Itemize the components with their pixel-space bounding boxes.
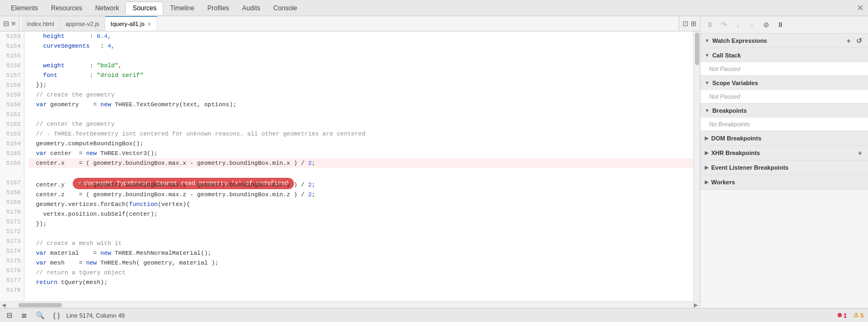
watch-actions: + ↺ bbox=[845, 36, 864, 46]
step-into-button[interactable]: ↓ bbox=[732, 19, 744, 31]
code-line: geometry.vertices.forEach(function(verte… bbox=[29, 199, 695, 209]
code-line: var material = new THREE.MeshNormalMater… bbox=[29, 248, 695, 258]
deactivate-button[interactable]: ⊘ bbox=[760, 19, 772, 31]
close-tab-icon[interactable]: ✕ bbox=[147, 21, 151, 27]
file-tabs-row: ⊟ ≡ index.html apprise-v2.js tquery-all1… bbox=[0, 16, 700, 31]
file-tab-index[interactable]: index.html bbox=[22, 16, 60, 31]
warning-count: 5 bbox=[860, 312, 864, 319]
h-scroll-left-btn[interactable]: ◀ bbox=[0, 302, 8, 308]
code-line: height : 0.4, bbox=[29, 31, 695, 41]
callstack-content: Not Paused bbox=[700, 62, 868, 75]
code-line bbox=[29, 110, 695, 119]
step-over-button[interactable]: ↷ bbox=[718, 19, 730, 31]
section-label-watch: Watch Expressions bbox=[712, 37, 767, 44]
code-line: // return a tQuery object bbox=[29, 268, 695, 278]
code-content[interactable]: height : 0.4, curveSegments : 4, weight … bbox=[24, 31, 700, 301]
right-panel: ⏸ ↷ ↓ ↑ ⊘ ⏸ ▼ Watch Expressions + ↺ bbox=[700, 16, 868, 308]
tab-resources[interactable]: Resources bbox=[44, 2, 88, 14]
section-header-breakpoints[interactable]: ▼ Breakpoints bbox=[700, 104, 868, 118]
step-out-button[interactable]: ↑ bbox=[746, 19, 758, 31]
code-line: // create the geometry bbox=[29, 90, 695, 100]
file-tab-tquery[interactable]: tquery-all1.js ✕ bbox=[105, 16, 157, 31]
tab-console[interactable]: Console bbox=[267, 2, 304, 14]
tab-list-icon[interactable]: ⊡ bbox=[682, 20, 688, 28]
search-button[interactable]: 🔍 bbox=[34, 310, 47, 320]
error-badge[interactable]: ⊗ 1 bbox=[837, 312, 847, 319]
section-breakpoints: ▼ Breakpoints No Breakpoints bbox=[700, 104, 868, 131]
code-line bbox=[29, 287, 695, 297]
warning-icon: ⚠ bbox=[853, 312, 859, 319]
code-line: font : "droid serif" bbox=[29, 70, 695, 80]
tab-sources[interactable]: Sources bbox=[125, 2, 163, 15]
code-line bbox=[29, 51, 695, 61]
callstack-not-paused: Not Paused bbox=[700, 62, 868, 75]
source-panel-icons: ⊟ ≡ bbox=[0, 16, 20, 31]
pretty-print-button[interactable]: { } bbox=[51, 310, 62, 320]
scope-content: Not Paused bbox=[700, 90, 868, 103]
section-header-dom[interactable]: ▶ DOM Breakpoints bbox=[700, 131, 868, 145]
section-dom-breakpoints: ▶ DOM Breakpoints bbox=[700, 131, 868, 146]
error-count: 1 bbox=[844, 312, 847, 319]
tab-audits[interactable]: Audits bbox=[235, 2, 266, 14]
top-nav-bar: Elements Resources Network Sources Timel… bbox=[0, 0, 868, 16]
source-area-wrapper: ⊟ ≡ index.html apprise-v2.js tquery-all1… bbox=[0, 16, 700, 308]
horizontal-scrollbar[interactable]: ◀ ▶ bbox=[0, 301, 700, 308]
file-tab-right-icons: ⊡ ⊞ bbox=[679, 16, 700, 31]
drawer-toggle-button[interactable]: ⊟ bbox=[4, 310, 15, 320]
expand-arrow-collapsed-icon: ▶ bbox=[705, 165, 709, 170]
vertical-scrollbar[interactable] bbox=[693, 31, 700, 301]
file-tab-label: tquery-all1.js bbox=[111, 21, 144, 27]
code-line: return tQuery(mesh); bbox=[29, 278, 695, 287]
scrollbar-thumb[interactable] bbox=[695, 33, 699, 65]
code-line bbox=[29, 229, 695, 239]
devtools-close-icon[interactable]: ✕ bbox=[857, 3, 864, 13]
code-line: var center = new THREE.Vector3(); bbox=[29, 149, 695, 158]
refresh-watch-button[interactable]: ↺ bbox=[854, 36, 864, 46]
file-tab-apprise[interactable]: apprise-v2.js bbox=[60, 16, 105, 31]
add-xhr-button[interactable]: + bbox=[856, 149, 864, 158]
status-bar: ⊟ ≣ 🔍 { } Line 5174, Column 49 ⊗ 1 ⚠ 5 bbox=[0, 308, 868, 322]
section-header-scope[interactable]: ▼ Scope Variables bbox=[700, 76, 868, 90]
section-header-workers[interactable]: ▶ Workers bbox=[700, 175, 868, 189]
pause-button[interactable]: ⏸ bbox=[704, 19, 716, 31]
h-scroll-right-btn[interactable]: ▶ bbox=[692, 302, 700, 308]
cursor-position: Line 5174, Column 49 bbox=[66, 312, 125, 319]
section-workers: ▶ Workers bbox=[700, 175, 868, 190]
code-line-error-bubble: Uncaught TypeError: Cannot read property… bbox=[29, 168, 695, 180]
source-list-icon[interactable]: ≡ bbox=[11, 20, 16, 28]
split-icon[interactable]: ⊞ bbox=[691, 20, 697, 28]
section-label-scope: Scope Variables bbox=[712, 80, 758, 86]
section-label-xhr: XHR Breakpoints bbox=[711, 150, 760, 156]
add-watch-button[interactable]: + bbox=[845, 36, 852, 46]
code-line: center.z = ( geometry.boundingBox.max.z … bbox=[29, 190, 695, 199]
main-area: ⊟ ≡ index.html apprise-v2.js tquery-all1… bbox=[0, 16, 868, 308]
code-line: weight : "bold", bbox=[29, 61, 695, 70]
section-header-event[interactable]: ▶ Event Listener Breakpoints bbox=[700, 160, 868, 175]
tab-timeline[interactable]: Timeline bbox=[163, 2, 201, 14]
right-toolbar: ⏸ ↷ ↓ ↑ ⊘ ⏸ bbox=[700, 16, 868, 34]
code-line: }); bbox=[29, 219, 695, 229]
section-event-breakpoints: ▶ Event Listener Breakpoints bbox=[700, 160, 868, 175]
line-numbers: 5153 5154 5155 5156 5157 5158 5159 5160 … bbox=[0, 31, 24, 301]
code-line: geometry.computeBoundingBox(); bbox=[29, 139, 695, 149]
code-line: curveSegments : 4, bbox=[29, 41, 695, 51]
pause-exceptions-button[interactable]: ⏸ bbox=[774, 19, 786, 31]
section-header-xhr[interactable]: ▶ XHR Breakpoints + bbox=[700, 146, 868, 160]
code-line: var geometry = new THREE.TextGeometry(te… bbox=[29, 100, 695, 110]
error-icon: ⊗ bbox=[837, 312, 842, 319]
tab-profiles[interactable]: Profiles bbox=[201, 2, 235, 14]
top-bar-right: ✕ bbox=[852, 3, 864, 13]
tab-network[interactable]: Network bbox=[88, 2, 125, 14]
h-scroll-thumb[interactable] bbox=[18, 303, 62, 307]
code-line: center.y = ( geometry.boundingBox.max.y … bbox=[29, 180, 695, 190]
section-header-watch[interactable]: ▼ Watch Expressions + ↺ bbox=[700, 34, 868, 48]
async-stack-button[interactable]: ≣ bbox=[19, 310, 29, 320]
section-header-callstack[interactable]: ▼ Call Stack bbox=[700, 48, 868, 62]
warning-badge[interactable]: ⚠ 5 bbox=[853, 312, 864, 319]
section-label-dom: DOM Breakpoints bbox=[711, 135, 761, 141]
expand-arrow-collapsed-icon: ▶ bbox=[705, 150, 709, 156]
xhr-actions: + bbox=[856, 149, 864, 158]
tab-elements[interactable]: Elements bbox=[4, 2, 44, 14]
expand-arrow-icon: ▼ bbox=[705, 80, 710, 86]
drawer-icon[interactable]: ⊟ bbox=[3, 20, 9, 28]
